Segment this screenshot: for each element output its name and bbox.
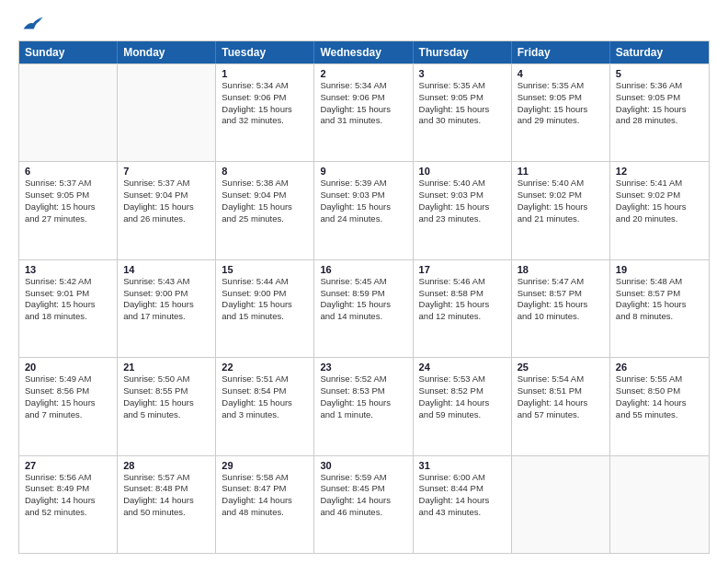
cell-line: Daylight: 15 hours	[25, 299, 111, 311]
cell-line: Sunrise: 5:51 AM	[222, 373, 308, 385]
cell-line: Sunset: 8:57 PM	[616, 288, 703, 300]
cell-line: Sunrise: 5:40 AM	[419, 178, 506, 190]
cell-line: Sunrise: 5:53 AM	[419, 373, 506, 385]
cell-line: Sunset: 8:45 PM	[320, 483, 406, 495]
day-number: 31	[419, 460, 506, 471]
cell-line: and 50 minutes.	[123, 507, 210, 519]
calendar-cell	[118, 64, 216, 161]
calendar-cell: 13Sunrise: 5:42 AMSunset: 9:01 PMDayligh…	[19, 260, 118, 357]
day-number: 22	[222, 362, 308, 373]
calendar-cell: 16Sunrise: 5:45 AMSunset: 8:59 PMDayligh…	[314, 260, 413, 357]
cell-line: Daylight: 15 hours	[222, 201, 308, 213]
header-day-wednesday: Wednesday	[314, 41, 413, 63]
cell-line: and 28 minutes.	[616, 115, 703, 127]
header-day-tuesday: Tuesday	[216, 41, 314, 63]
cell-line: Sunset: 9:06 PM	[222, 92, 308, 104]
day-number: 11	[518, 166, 604, 177]
cell-line: Daylight: 14 hours	[518, 397, 604, 409]
cell-line: Sunrise: 6:00 AM	[419, 472, 506, 484]
cell-line: Daylight: 14 hours	[419, 495, 506, 507]
cell-line: and 15 minutes.	[222, 311, 308, 323]
header-day-sunday: Sunday	[19, 41, 118, 63]
cell-line: Sunset: 9:05 PM	[25, 190, 111, 201]
calendar-cell: 11Sunrise: 5:40 AMSunset: 9:02 PMDayligh…	[512, 162, 610, 259]
cell-line: Sunrise: 5:58 AM	[222, 472, 308, 484]
day-number: 25	[518, 362, 604, 373]
calendar-row-5: 27Sunrise: 5:56 AMSunset: 8:49 PMDayligh…	[19, 455, 709, 553]
cell-line: Sunrise: 5:40 AM	[518, 178, 604, 190]
cell-line: and 46 minutes.	[320, 507, 406, 519]
day-number: 30	[320, 460, 406, 471]
cell-line: Daylight: 15 hours	[123, 299, 210, 311]
calendar-cell: 21Sunrise: 5:50 AMSunset: 8:55 PMDayligh…	[118, 358, 216, 454]
cell-line: Daylight: 14 hours	[25, 495, 111, 507]
day-number: 24	[419, 362, 506, 373]
cell-line: Sunrise: 5:38 AM	[222, 178, 308, 190]
cell-line: Sunset: 9:05 PM	[518, 92, 604, 104]
day-number: 9	[320, 166, 406, 177]
cell-line: Sunset: 8:51 PM	[518, 385, 604, 397]
calendar: SundayMondayTuesdayWednesdayThursdayFrid…	[18, 40, 710, 554]
cell-line: Daylight: 15 hours	[419, 299, 506, 311]
cell-line: Sunset: 9:03 PM	[419, 190, 506, 201]
calendar-cell: 31Sunrise: 6:00 AMSunset: 8:44 PMDayligh…	[414, 456, 512, 553]
cell-line: and 31 minutes.	[320, 115, 406, 127]
day-number: 27	[25, 460, 111, 471]
calendar-cell: 8Sunrise: 5:38 AMSunset: 9:04 PMDaylight…	[216, 162, 314, 259]
cell-line: Daylight: 15 hours	[616, 201, 703, 213]
calendar-cell	[512, 456, 610, 553]
cell-line: and 8 minutes.	[616, 311, 703, 323]
cell-line: and 59 minutes.	[419, 409, 506, 421]
calendar-row-1: 1Sunrise: 5:34 AMSunset: 9:06 PMDaylight…	[19, 63, 709, 161]
calendar-cell: 27Sunrise: 5:56 AMSunset: 8:49 PMDayligh…	[19, 456, 118, 553]
cell-line: and 24 minutes.	[320, 213, 406, 225]
cell-line: Daylight: 15 hours	[222, 299, 308, 311]
cell-line: Sunset: 8:47 PM	[222, 483, 308, 495]
day-number: 6	[25, 166, 111, 177]
cell-line: Daylight: 15 hours	[25, 397, 111, 409]
cell-line: Sunrise: 5:54 AM	[518, 373, 604, 385]
calendar-cell: 3Sunrise: 5:35 AMSunset: 9:05 PMDaylight…	[414, 64, 512, 161]
cell-line: Daylight: 14 hours	[123, 495, 210, 507]
cell-line: Daylight: 15 hours	[518, 201, 604, 213]
cell-line: Sunset: 9:02 PM	[616, 190, 703, 201]
day-number: 21	[123, 362, 210, 373]
cell-line: and 21 minutes.	[518, 213, 604, 225]
cell-line: and 26 minutes.	[123, 213, 210, 225]
cell-line: Sunrise: 5:44 AM	[222, 276, 308, 288]
day-number: 5	[616, 68, 703, 79]
day-number: 14	[123, 264, 210, 275]
cell-line: Daylight: 15 hours	[320, 104, 406, 116]
calendar-cell: 9Sunrise: 5:39 AMSunset: 9:03 PMDaylight…	[314, 162, 413, 259]
calendar-cell	[19, 64, 118, 161]
day-number: 29	[222, 460, 308, 471]
cell-line: Sunrise: 5:48 AM	[616, 276, 703, 288]
calendar-cell: 5Sunrise: 5:36 AMSunset: 9:05 PMDaylight…	[610, 64, 709, 161]
day-number: 3	[419, 68, 506, 79]
header-day-friday: Friday	[512, 41, 610, 63]
logo	[18, 15, 44, 33]
cell-line: Sunset: 8:52 PM	[419, 385, 506, 397]
header-day-thursday: Thursday	[414, 41, 512, 63]
cell-line: Daylight: 15 hours	[123, 201, 210, 213]
cell-line: Sunset: 8:54 PM	[222, 385, 308, 397]
cell-line: Sunrise: 5:36 AM	[616, 80, 703, 92]
day-number: 19	[616, 264, 703, 275]
cell-line: Sunset: 9:06 PM	[320, 92, 406, 104]
cell-line: Sunset: 9:02 PM	[518, 190, 604, 201]
header	[18, 15, 710, 33]
day-number: 20	[25, 362, 111, 373]
cell-line: Daylight: 15 hours	[320, 299, 406, 311]
calendar-cell: 23Sunrise: 5:52 AMSunset: 8:53 PMDayligh…	[314, 358, 413, 454]
cell-line: Daylight: 15 hours	[25, 201, 111, 213]
cell-line: Sunrise: 5:47 AM	[518, 276, 604, 288]
calendar-cell: 2Sunrise: 5:34 AMSunset: 9:06 PMDaylight…	[314, 64, 413, 161]
cell-line: and 30 minutes.	[419, 115, 506, 127]
day-number: 23	[320, 362, 406, 373]
cell-line: Sunrise: 5:43 AM	[123, 276, 210, 288]
calendar-cell: 20Sunrise: 5:49 AMSunset: 8:56 PMDayligh…	[19, 358, 118, 454]
cell-line: Sunrise: 5:49 AM	[25, 373, 111, 385]
day-number: 17	[419, 264, 506, 275]
cell-line: Sunset: 8:44 PM	[419, 483, 506, 495]
calendar-cell: 7Sunrise: 5:37 AMSunset: 9:04 PMDaylight…	[118, 162, 216, 259]
